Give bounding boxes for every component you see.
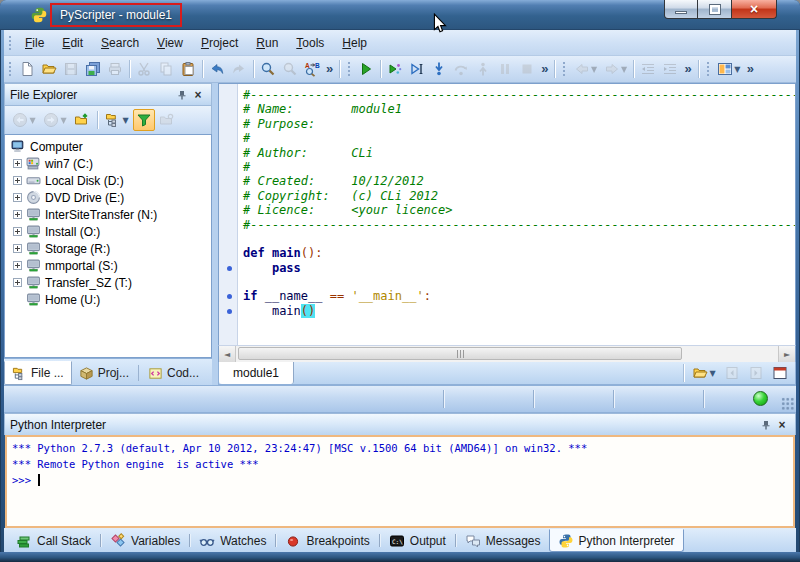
code-line[interactable]: #---------------------------------------… bbox=[219, 88, 795, 102]
tab-file-explorer[interactable]: File ... bbox=[4, 361, 72, 385]
code-line[interactable]: # Author: CLi bbox=[219, 146, 795, 160]
tree-item-computer[interactable]: Computer bbox=[5, 138, 211, 155]
scrollbar-thumb[interactable] bbox=[238, 347, 682, 360]
toolbar-grip[interactable] bbox=[7, 60, 12, 78]
print-button[interactable] bbox=[104, 58, 126, 80]
open-file-button[interactable] bbox=[38, 58, 60, 80]
menu-run[interactable]: Run bbox=[247, 32, 287, 54]
next-editor-button[interactable] bbox=[745, 362, 767, 384]
code-line[interactable]: def main(): bbox=[219, 246, 795, 260]
run-to-cursor-button[interactable] bbox=[406, 58, 428, 80]
expand-icon[interactable] bbox=[13, 210, 22, 219]
toolbar-grip[interactable] bbox=[346, 60, 351, 78]
indent-button[interactable] bbox=[659, 58, 681, 80]
stop-button[interactable] bbox=[516, 58, 538, 80]
close-panel-icon[interactable]: × bbox=[190, 87, 206, 103]
find-button[interactable] bbox=[257, 58, 279, 80]
unindent-button[interactable] bbox=[637, 58, 659, 80]
previous-editor-button[interactable] bbox=[721, 362, 743, 384]
scroll-left-arrow-icon[interactable]: ◄ bbox=[219, 346, 236, 362]
tab-output[interactable]: C:\ Output bbox=[381, 529, 454, 552]
code-line[interactable]: # Purpose: bbox=[219, 117, 795, 131]
pin-icon[interactable] bbox=[174, 87, 190, 103]
menu-project[interactable]: Project bbox=[192, 32, 247, 54]
minimize-button[interactable] bbox=[664, 0, 698, 19]
resize-grip[interactable] bbox=[781, 397, 794, 410]
expand-icon[interactable] bbox=[13, 244, 22, 253]
tab-call-stack[interactable]: Call Stack bbox=[8, 529, 99, 552]
save-button[interactable] bbox=[60, 58, 82, 80]
expand-icon[interactable] bbox=[13, 193, 22, 202]
pause-button[interactable] bbox=[494, 58, 516, 80]
explorer-back-button[interactable]: ▼ bbox=[9, 109, 39, 131]
executable-line-dot-icon[interactable] bbox=[227, 294, 232, 299]
debug-button[interactable] bbox=[384, 58, 406, 80]
step-into-button[interactable] bbox=[428, 58, 450, 80]
tab-variables[interactable]: Variables bbox=[102, 529, 188, 552]
pin-icon[interactable] bbox=[758, 417, 774, 433]
tab-project-explorer[interactable]: Proj... bbox=[72, 361, 136, 385]
close-button[interactable]: × bbox=[732, 0, 777, 19]
toolbar-overflow-chevron[interactable]: » bbox=[323, 59, 336, 79]
toolbar-grip[interactable] bbox=[705, 60, 710, 78]
explorer-forward-button[interactable]: ▼ bbox=[40, 109, 70, 131]
tree-item-intersitetransfer-n[interactable]: InterSiteTransfer (N:) bbox=[5, 206, 211, 223]
code-line[interactable] bbox=[219, 232, 795, 246]
navigate-back-button[interactable]: ▼ bbox=[570, 58, 600, 80]
toolbar-overflow-chevron[interactable]: » bbox=[744, 59, 757, 79]
toolbar-overflow-chevron[interactable]: » bbox=[538, 59, 551, 79]
find-next-button[interactable] bbox=[279, 58, 301, 80]
code-editor[interactable]: #---------------------------------------… bbox=[218, 83, 796, 345]
tab-messages[interactable]: Messages bbox=[457, 529, 549, 552]
tree-item-install-o[interactable]: Install (O:) bbox=[5, 223, 211, 240]
copy-button[interactable] bbox=[155, 58, 177, 80]
tree-item-dvd-drive-e[interactable]: DVD Drive (E:) bbox=[5, 189, 211, 206]
navigate-forward-button[interactable]: ▼ bbox=[600, 58, 630, 80]
menu-file[interactable]: File bbox=[16, 32, 53, 54]
tab-breakpoints[interactable]: Breakpoints bbox=[277, 529, 377, 552]
code-line[interactable]: pass bbox=[219, 261, 795, 275]
code-line[interactable]: # Created: 10/12/2012 bbox=[219, 174, 795, 188]
code-line[interactable]: if __name__ == '__main__': bbox=[219, 289, 795, 303]
scrollbar-track[interactable] bbox=[236, 346, 778, 362]
code-line[interactable] bbox=[219, 275, 795, 289]
menu-edit[interactable]: Edit bbox=[53, 32, 92, 54]
new-file-button[interactable] bbox=[16, 58, 38, 80]
tree-item-home-u[interactable]: Home (U:) bbox=[5, 291, 211, 308]
tree-item-win7-c[interactable]: win7 (C:) bbox=[5, 155, 211, 172]
interpreter-console[interactable]: *** Python 2.7.3 (default, Apr 10 2012, … bbox=[5, 435, 795, 528]
maximize-button[interactable] bbox=[698, 0, 732, 19]
run-button[interactable] bbox=[355, 58, 377, 80]
paste-button[interactable] bbox=[177, 58, 199, 80]
expand-icon[interactable] bbox=[13, 261, 22, 270]
executable-line-dot-icon[interactable] bbox=[227, 309, 232, 314]
code-line[interactable]: # Licence: <your licence> bbox=[219, 203, 795, 217]
cut-button[interactable] bbox=[133, 58, 155, 80]
filter-button[interactable] bbox=[133, 109, 155, 131]
editor-tab-module1[interactable]: module1 bbox=[219, 362, 294, 384]
code-line[interactable]: # bbox=[219, 160, 795, 174]
expand-icon[interactable] bbox=[13, 159, 22, 168]
menu-tools[interactable]: Tools bbox=[287, 32, 333, 54]
search-path-button[interactable] bbox=[156, 109, 178, 131]
layouts-button[interactable]: ▼ bbox=[714, 58, 744, 80]
code-line[interactable]: main() bbox=[219, 304, 795, 318]
tree-item-local-disk-d[interactable]: Local Disk (D:) bbox=[5, 172, 211, 189]
file-list-dropdown-button[interactable]: ▼ bbox=[689, 362, 719, 384]
maximize-editor-button[interactable] bbox=[769, 362, 791, 384]
directory-tree-button[interactable]: ▼ bbox=[102, 109, 132, 131]
menu-view[interactable]: View bbox=[148, 32, 192, 54]
save-all-button[interactable] bbox=[82, 58, 104, 80]
toolbar-grip[interactable] bbox=[561, 60, 566, 78]
code-line[interactable]: #---------------------------------------… bbox=[219, 218, 795, 232]
menu-help[interactable]: Help bbox=[333, 32, 376, 54]
title-bar[interactable]: PyScripter - module1 × bbox=[0, 0, 800, 30]
toolbar-grip[interactable] bbox=[7, 34, 12, 52]
tab-python-interpreter[interactable]: Python Interpreter bbox=[549, 529, 684, 552]
tree-item-storage-r[interactable]: Storage (R:) bbox=[5, 240, 211, 257]
tab-code-explorer[interactable]: Cod... bbox=[141, 361, 206, 385]
step-out-button[interactable] bbox=[472, 58, 494, 80]
close-panel-icon[interactable]: × bbox=[774, 417, 790, 433]
expand-icon[interactable] bbox=[13, 227, 22, 236]
tree-item-mmportal-s[interactable]: mmportal (S:) bbox=[5, 257, 211, 274]
